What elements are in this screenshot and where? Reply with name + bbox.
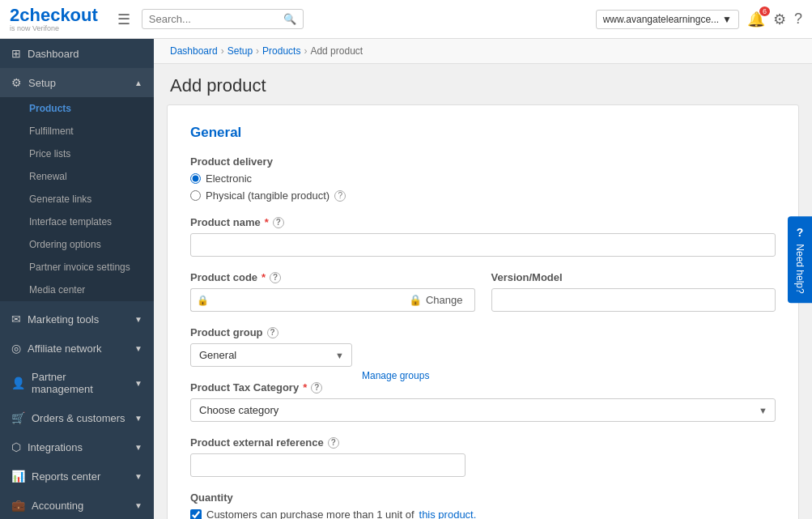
this-product-link[interactable]: this product. (419, 508, 477, 519)
product-name-input[interactable] (190, 233, 776, 257)
section-title: General (190, 125, 776, 141)
product-group-select[interactable]: General (190, 343, 352, 367)
required-star: * (265, 216, 269, 228)
sidebar-subitem-interface-templates[interactable]: Interface templates (0, 211, 154, 233)
chevron-down-icon: ▲ (134, 79, 142, 87)
breadcrumb-dashboard[interactable]: Dashboard (170, 45, 218, 57)
quantity-checkbox[interactable] (190, 509, 202, 520)
sidebar-item-setup[interactable]: ⚙ Setup ▲ (0, 68, 154, 97)
logo-sub-text: is now Verifone (10, 24, 98, 32)
sidebar-item-label: Integrations (28, 441, 83, 453)
chevron-down-icon: ▼ (134, 501, 142, 510)
breadcrumb-setup[interactable]: Setup (227, 45, 253, 57)
sidebar-item-dashboard[interactable]: ⊞ Dashboard (0, 39, 154, 68)
required-star-2: * (261, 271, 266, 283)
sidebar-subitem-fulfillment[interactable]: Fulfillment (0, 120, 154, 143)
setup-subnav: Products Fulfillment Price lists Renewal… (0, 97, 154, 301)
version-model-group: Version/Model (491, 271, 776, 312)
notifications-button[interactable]: 🔔 6 (747, 11, 765, 28)
tax-category-help-icon[interactable]: ? (311, 382, 322, 394)
manage-groups-link[interactable]: Manage groups (362, 370, 429, 381)
main-layout: ⊞ Dashboard ⚙ Setup ▲ Products Fulfillme… (0, 39, 812, 519)
sidebar-item-label: Partner management (32, 371, 128, 395)
product-group-select-wrap: General ▼ (190, 343, 352, 367)
breadcrumb-products[interactable]: Products (262, 45, 300, 57)
sidebar-subitem-ordering-options[interactable]: Ordering options (0, 233, 154, 256)
product-code-input[interactable] (190, 288, 397, 312)
physical-radio-input[interactable] (190, 190, 201, 201)
sidebar-item-reports-center[interactable]: 📊 Reports center ▼ (0, 462, 154, 491)
app-logo: 2checkout is now Verifone (10, 6, 98, 32)
chevron-down-icon: ▼ (134, 472, 142, 481)
product-tax-category-label: Product Tax Category * ? (190, 381, 776, 394)
sidebar-subitem-partner-invoice[interactable]: Partner invoice settings (0, 256, 154, 279)
product-group-label: Product group ? (190, 326, 352, 338)
account-selector[interactable]: www.avangatelearningce... ▼ (596, 10, 739, 29)
sidebar-item-marketing-tools[interactable]: ✉ Marketing tools ▼ (0, 304, 154, 334)
sidebar-item-accounting[interactable]: 💼 Accounting ▼ (0, 491, 154, 519)
breadcrumb-current: Add product (310, 45, 363, 57)
sidebar-subitem-generate-links[interactable]: Generate links (0, 188, 154, 211)
breadcrumb-sep-2: › (256, 45, 259, 57)
topnav-right: www.avangatelearningce... ▼ 🔔 6 ⚙ ? (596, 10, 802, 29)
need-help-qmark: ? (797, 226, 804, 239)
lock-icon: 🔒 (197, 295, 209, 306)
product-code-label: Product code * ? (190, 271, 475, 283)
sidebar-item-label: Marketing tools (28, 313, 99, 325)
required-star-3: * (303, 381, 307, 394)
sidebar-item-partner-management[interactable]: 👤 Partner management ▼ (0, 363, 154, 403)
product-external-ref-input[interactable] (190, 453, 466, 477)
product-external-ref-group: Product external reference ? (190, 436, 776, 477)
chevron-down-icon: ▼ (134, 379, 142, 388)
help-icon[interactable]: ? (794, 11, 802, 28)
sidebar-subitem-renewal[interactable]: Renewal (0, 165, 154, 188)
code-version-row: Product code * ? 🔒 🔒 Change (190, 271, 776, 326)
logo-main-text: 2checkout (10, 6, 98, 24)
electronic-radio-input[interactable] (190, 173, 201, 184)
search-bar[interactable]: 🔍 (142, 9, 304, 29)
electronic-label: Electronic (206, 172, 252, 185)
lock-btn-icon: 🔒 (409, 294, 422, 306)
search-input[interactable] (149, 13, 283, 25)
sidebar-item-orders-customers[interactable]: 🛒 Orders & customers ▼ (0, 403, 154, 432)
product-code-help-icon[interactable]: ? (270, 272, 281, 283)
product-external-ref-label: Product external reference ? (190, 436, 776, 449)
hamburger-icon[interactable]: ☰ (114, 7, 134, 32)
sidebar-subitem-products[interactable]: Products (0, 97, 154, 120)
top-navigation: 2checkout is now Verifone ☰ 🔍 www.avanga… (0, 0, 812, 39)
sidebar-item-affiliate-network[interactable]: ◎ Affiliate network ▼ (0, 334, 154, 363)
product-group-group: Product group ? General ▼ (190, 326, 352, 367)
need-help-tab[interactable]: ? Need help? (788, 216, 812, 303)
chevron-down-icon: ▼ (134, 443, 142, 452)
electronic-radio[interactable]: Electronic (190, 172, 776, 185)
partner-icon: 👤 (11, 376, 25, 389)
sidebar-item-label: Reports center (32, 470, 100, 483)
tax-category-select-wrap: Choose category ▼ (190, 398, 776, 422)
product-code-group: Product code * ? 🔒 🔒 Change (190, 271, 475, 312)
account-url: www.avangatelearningce... (603, 14, 719, 25)
product-name-help-icon[interactable]: ? (273, 217, 284, 228)
change-button[interactable]: 🔒 Change (397, 288, 475, 312)
sidebar-subitem-media-center[interactable]: Media center (0, 279, 154, 301)
version-model-input[interactable] (491, 288, 776, 312)
product-group-help-icon[interactable]: ? (267, 327, 278, 338)
sidebar-item-integrations[interactable]: ⬡ Integrations ▼ (0, 432, 154, 462)
physical-help-icon[interactable]: ? (334, 190, 346, 202)
product-code-row: 🔒 🔒 Change (190, 288, 475, 312)
dashboard-icon: ⊞ (11, 47, 21, 60)
sidebar-item-label: Dashboard (28, 48, 79, 60)
breadcrumb-sep-3: › (304, 45, 307, 57)
physical-radio[interactable]: Physical (tangible product) ? (190, 189, 776, 202)
external-ref-help-icon[interactable]: ? (328, 437, 339, 449)
chevron-down-icon: ▼ (134, 414, 142, 423)
sidebar-subitem-price-lists[interactable]: Price lists (0, 143, 154, 165)
sidebar-item-label: Orders & customers (32, 412, 125, 424)
orders-icon: 🛒 (11, 411, 25, 424)
product-delivery-group: Product delivery Electronic Physical (ta… (190, 155, 776, 202)
content-area: Dashboard › Setup › Products › Add produ… (154, 39, 812, 519)
notification-badge: 6 (759, 6, 770, 16)
sidebar-item-label: Setup (28, 77, 56, 89)
settings-icon[interactable]: ⚙ (773, 11, 786, 28)
integrations-icon: ⬡ (11, 440, 21, 453)
product-tax-category-select[interactable]: Choose category (190, 398, 776, 422)
